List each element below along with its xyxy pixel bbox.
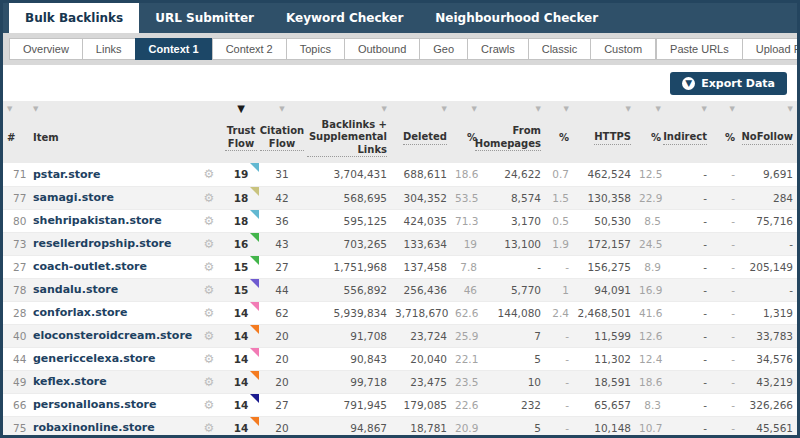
item-link[interactable]: pstar.store bbox=[33, 168, 100, 181]
tab-topics[interactable]: Topics bbox=[286, 38, 345, 60]
sort-arrow-backlinks[interactable]: ▼ bbox=[303, 101, 391, 117]
tab-geo[interactable]: Geo bbox=[419, 38, 468, 60]
item-link[interactable]: samagi.store bbox=[33, 191, 114, 204]
sort-arrow-deleted[interactable]: ▼ bbox=[391, 101, 451, 117]
sort-arrow-num[interactable]: ▼ bbox=[3, 101, 29, 117]
column-header-item[interactable]: ▼Item bbox=[29, 101, 197, 163]
column-header-indirect[interactable]: ▼Indirect bbox=[665, 101, 711, 163]
tab-links[interactable]: Links bbox=[82, 38, 136, 60]
topic-color-triangle bbox=[250, 348, 259, 357]
cell-https: 65,657 bbox=[573, 393, 635, 416]
item-link[interactable]: resellerdropship.store bbox=[33, 237, 172, 250]
gear-icon[interactable]: ⚙ bbox=[204, 375, 215, 389]
column-header-homepages_pct[interactable]: ▼% bbox=[545, 101, 573, 163]
cell-indirect_pct: - bbox=[711, 209, 739, 232]
cell-nofollow: - bbox=[739, 278, 797, 301]
sort-arrow-tf[interactable]: ▼ bbox=[221, 101, 261, 117]
sort-arrow-homepages[interactable]: ▼ bbox=[481, 101, 545, 117]
sort-arrow-indirect[interactable]: ▼ bbox=[665, 101, 711, 117]
tab-outbound[interactable]: Outbound bbox=[344, 38, 420, 60]
tab-overview[interactable]: Overview bbox=[9, 38, 83, 60]
sort-arrow-cf[interactable]: ▼ bbox=[261, 101, 303, 117]
gear-icon[interactable]: ⚙ bbox=[204, 329, 215, 343]
paste-urls-button[interactable]: Paste URLs bbox=[656, 38, 743, 60]
cell-item: conforlax.store bbox=[29, 301, 197, 324]
item-link[interactable]: keflex.store bbox=[33, 375, 107, 388]
cell-cf: 36 bbox=[261, 209, 303, 232]
upload-file-button[interactable]: Upload File bbox=[742, 38, 800, 60]
export-data-button[interactable]: ▼ Export Data bbox=[670, 72, 787, 95]
gear-icon[interactable]: ⚙ bbox=[204, 167, 215, 181]
item-link[interactable]: robaxinonline.store bbox=[33, 421, 155, 434]
tab-crawls[interactable]: Crawls bbox=[467, 38, 529, 60]
cell-item: resellerdropship.store bbox=[29, 232, 197, 255]
sort-arrow-deleted_pct[interactable]: ▼ bbox=[451, 101, 481, 117]
column-header-cf[interactable]: ▼Citation Flow bbox=[261, 101, 303, 163]
cell-tf: 16 bbox=[221, 232, 261, 255]
column-header-tf[interactable]: ▼Trust Flow bbox=[221, 101, 261, 163]
column-label-cf: Citation Flow bbox=[261, 117, 303, 163]
tab-classic[interactable]: Classic bbox=[528, 38, 591, 60]
column-header-https[interactable]: ▼HTTPS bbox=[573, 101, 635, 163]
gear-icon[interactable]: ⚙ bbox=[204, 260, 215, 274]
gear-icon[interactable]: ⚙ bbox=[204, 398, 215, 412]
gear-icon[interactable]: ⚙ bbox=[204, 352, 215, 366]
sort-arrow-indirect_pct[interactable]: ▼ bbox=[711, 101, 739, 117]
cell-item: robaxinonline.store bbox=[29, 416, 197, 438]
item-link[interactable]: shehripakistan.store bbox=[33, 214, 162, 227]
cell-nofollow: 284 bbox=[739, 186, 797, 209]
topic-color-triangle bbox=[250, 163, 259, 172]
toolbar: ▼ Export Data bbox=[3, 65, 797, 101]
item-link[interactable]: conforlax.store bbox=[33, 306, 127, 319]
cell-deleted_pct: 46 bbox=[451, 278, 481, 301]
sort-arrow-homepages_pct[interactable]: ▼ bbox=[545, 101, 573, 117]
cell-homepages_pct: - bbox=[545, 324, 573, 347]
cell-deleted: 3,718,670 bbox=[391, 301, 451, 324]
column-header-https_pct[interactable]: ▼% bbox=[635, 101, 665, 163]
tab-context-2[interactable]: Context 2 bbox=[212, 38, 287, 60]
top-tab-bulk-backlinks[interactable]: Bulk Backlinks bbox=[9, 3, 139, 33]
cell-item: keflex.store bbox=[29, 370, 197, 393]
gear-icon[interactable]: ⚙ bbox=[204, 237, 215, 251]
cell-item: eloconsteroidcream.store bbox=[29, 324, 197, 347]
top-tab-neighbourhood-checker[interactable]: Neighbourhood Checker bbox=[419, 3, 614, 33]
top-tab-url-submitter[interactable]: URL Submitter bbox=[139, 3, 270, 33]
cell-num: 77 bbox=[3, 186, 29, 209]
gear-icon[interactable]: ⚙ bbox=[204, 283, 215, 297]
cell-backlinks: 91,708 bbox=[303, 324, 391, 347]
column-header-backlinks[interactable]: ▼Backlinks + Supplemental Links bbox=[303, 101, 391, 163]
column-header-num[interactable]: ▼# bbox=[3, 101, 29, 163]
sort-arrow-https[interactable]: ▼ bbox=[573, 101, 635, 117]
sort-arrow-item[interactable]: ▼ bbox=[29, 101, 197, 117]
tab-custom[interactable]: Custom bbox=[590, 38, 656, 60]
column-label-homepages_pct: % bbox=[545, 117, 573, 163]
cell-deleted_pct: 22.1 bbox=[451, 347, 481, 370]
cell-backlinks: 703,265 bbox=[303, 232, 391, 255]
gear-icon[interactable]: ⚙ bbox=[204, 214, 215, 228]
cell-deleted: 137,458 bbox=[391, 255, 451, 278]
cell-tf: 14 bbox=[221, 324, 261, 347]
gear-icon[interactable]: ⚙ bbox=[204, 191, 215, 205]
item-link[interactable]: personalloans.store bbox=[33, 398, 156, 411]
sort-arrow-nofollow[interactable]: ▼ bbox=[739, 101, 797, 117]
top-tab-keyword-checker[interactable]: Keyword Checker bbox=[270, 3, 419, 33]
cell-deleted_pct: 22.6 bbox=[451, 393, 481, 416]
column-header-deleted[interactable]: ▼Deleted bbox=[391, 101, 451, 163]
cell-indirect: - bbox=[665, 232, 711, 255]
item-link[interactable]: genericcelexa.store bbox=[33, 352, 156, 365]
column-header-nofollow[interactable]: ▼NoFollow bbox=[739, 101, 797, 163]
item-link[interactable]: coach-outlet.store bbox=[33, 260, 147, 273]
item-link[interactable]: sandalu.store bbox=[33, 283, 118, 296]
tab-context-1[interactable]: Context 1 bbox=[135, 38, 213, 60]
cell-homepages_pct: 0.7 bbox=[545, 163, 573, 186]
gear-icon[interactable]: ⚙ bbox=[204, 306, 215, 320]
url-actions: Paste URLs Upload File bbox=[656, 38, 800, 60]
column-header-homepages[interactable]: ▼From Homepages bbox=[481, 101, 545, 163]
cell-https_pct: 12.6 bbox=[635, 324, 665, 347]
table-row: 80shehripakistan.store⚙1836595,125424,03… bbox=[3, 209, 800, 232]
cell-indirect: - bbox=[665, 278, 711, 301]
column-header-indirect_pct[interactable]: ▼% bbox=[711, 101, 739, 163]
gear-icon[interactable]: ⚙ bbox=[204, 421, 215, 435]
item-link[interactable]: eloconsteroidcream.store bbox=[33, 329, 192, 342]
sort-arrow-https_pct[interactable]: ▼ bbox=[635, 101, 665, 117]
